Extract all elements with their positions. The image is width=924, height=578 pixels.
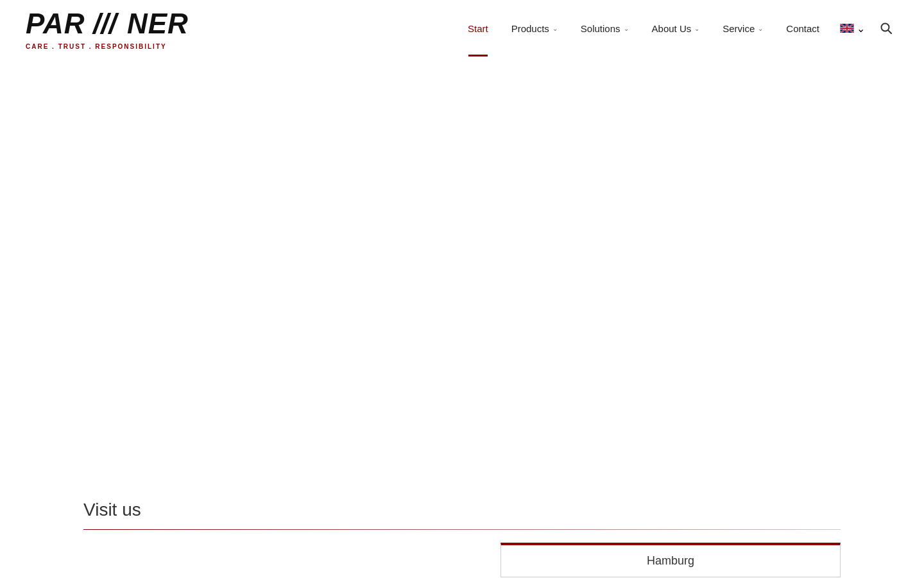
flag-uk-icon	[840, 24, 854, 33]
nav-item-contact[interactable]: Contact	[774, 0, 831, 57]
search-icon	[880, 22, 892, 34]
chevron-down-icon: ⌄	[552, 25, 558, 32]
lang-chevron-icon: ⌄	[857, 22, 865, 35]
logo-tagline: CARE . TRUST . RESPONSIBILITY	[26, 43, 167, 50]
chevron-down-icon: ⌄	[758, 25, 763, 32]
chevron-down-icon: ⌄	[694, 25, 699, 32]
svg-line-5	[888, 30, 891, 33]
svg-text:PAR: PAR	[26, 8, 85, 39]
chevron-down-icon: ⌄	[624, 25, 629, 32]
nav-item-products[interactable]: Products ⌄	[500, 0, 569, 57]
hamburg-area: Hamburg	[0, 543, 924, 577]
logo-image: PAR /// NER	[26, 6, 205, 40]
search-button[interactable]	[874, 0, 898, 57]
nav-item-solutions[interactable]: Solutions ⌄	[569, 0, 640, 57]
nav-item-service[interactable]: Service ⌄	[711, 0, 774, 57]
nav-item-start[interactable]: Start	[456, 0, 500, 57]
visit-us-section: Visit us	[0, 474, 924, 530]
svg-text:NER: NER	[127, 8, 189, 39]
hamburg-card-header: Hamburg	[501, 545, 840, 577]
main-content	[0, 57, 924, 474]
nav-item-about-us[interactable]: About Us ⌄	[640, 0, 712, 57]
main-nav: Start Products ⌄ Solutions ⌄ About Us ⌄ …	[456, 0, 898, 57]
visit-us-divider	[83, 529, 841, 530]
svg-text:///: ///	[92, 8, 119, 39]
hamburg-card[interactable]: Hamburg	[501, 543, 841, 577]
site-header: PAR /// NER CARE . TRUST . RESPONSIBILIT…	[0, 0, 924, 57]
language-selector[interactable]: ⌄	[831, 0, 874, 57]
logo-area[interactable]: PAR /// NER CARE . TRUST . RESPONSIBILIT…	[26, 6, 205, 50]
visit-us-title: Visit us	[83, 500, 841, 520]
